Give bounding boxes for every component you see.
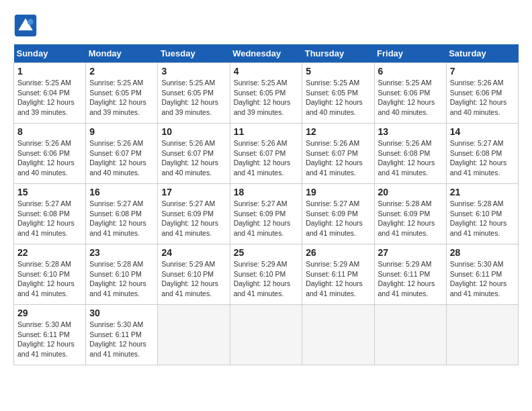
calendar-cell: 14Sunrise: 5:27 AM Sunset: 6:08 PM Dayli… [446, 124, 518, 184]
day-number: 10 [161, 126, 226, 137]
calendar-body: 1Sunrise: 5:25 AM Sunset: 6:04 PM Daylig… [14, 63, 519, 365]
calendar-cell: 10Sunrise: 5:26 AM Sunset: 6:07 PM Dayli… [158, 124, 230, 184]
calendar-cell: 16Sunrise: 5:27 AM Sunset: 6:08 PM Dayli… [86, 184, 158, 244]
logo [13, 13, 40, 38]
day-detail: Sunrise: 5:29 AM Sunset: 6:11 PM Dayligh… [378, 259, 443, 299]
day-detail: Sunrise: 5:29 AM Sunset: 6:10 PM Dayligh… [234, 259, 299, 299]
day-detail: Sunrise: 5:25 AM Sunset: 6:05 PM Dayligh… [161, 78, 226, 118]
calendar-cell: 11Sunrise: 5:26 AM Sunset: 6:07 PM Dayli… [230, 124, 302, 184]
day-number: 17 [161, 187, 226, 197]
day-number: 8 [17, 126, 82, 137]
day-number: 23 [89, 247, 154, 258]
calendar-cell [302, 305, 374, 365]
day-detail: Sunrise: 5:27 AM Sunset: 6:08 PM Dayligh… [450, 138, 515, 178]
calendar-cell: 25Sunrise: 5:29 AM Sunset: 6:10 PM Dayli… [230, 244, 302, 305]
week-row-2: 8Sunrise: 5:26 AM Sunset: 6:06 PM Daylig… [14, 124, 519, 184]
calendar-cell [446, 305, 518, 365]
header-day-saturday: Saturday [446, 44, 518, 63]
day-number: 26 [306, 247, 370, 258]
calendar-cell [230, 305, 302, 365]
day-detail: Sunrise: 5:26 AM Sunset: 6:06 PM Dayligh… [450, 78, 515, 118]
day-number: 1 [17, 66, 82, 77]
day-number: 24 [161, 247, 226, 258]
calendar-cell: 18Sunrise: 5:27 AM Sunset: 6:09 PM Dayli… [230, 184, 302, 244]
week-row-4: 22Sunrise: 5:28 AM Sunset: 6:10 PM Dayli… [14, 244, 519, 305]
calendar-cell: 12Sunrise: 5:26 AM Sunset: 6:07 PM Dayli… [302, 124, 374, 184]
calendar-cell: 27Sunrise: 5:29 AM Sunset: 6:11 PM Dayli… [374, 244, 446, 305]
logo-icon [13, 13, 38, 38]
header-day-tuesday: Tuesday [158, 44, 230, 63]
day-detail: Sunrise: 5:28 AM Sunset: 6:10 PM Dayligh… [17, 259, 82, 299]
calendar-cell [374, 305, 446, 365]
day-detail: Sunrise: 5:26 AM Sunset: 6:07 PM Dayligh… [89, 138, 154, 178]
calendar-cell: 9Sunrise: 5:26 AM Sunset: 6:07 PM Daylig… [86, 124, 158, 184]
week-row-3: 15Sunrise: 5:27 AM Sunset: 6:08 PM Dayli… [14, 184, 519, 244]
day-number: 11 [234, 126, 299, 137]
calendar-header: SundayMondayTuesdayWednesdayThursdayFrid… [14, 44, 519, 63]
day-detail: Sunrise: 5:28 AM Sunset: 6:10 PM Dayligh… [89, 259, 154, 299]
day-number: 12 [306, 126, 370, 137]
day-number: 6 [378, 66, 443, 77]
calendar-cell: 28Sunrise: 5:30 AM Sunset: 6:11 PM Dayli… [446, 244, 518, 305]
header-day-friday: Friday [374, 44, 446, 63]
header-day-wednesday: Wednesday [230, 44, 302, 63]
day-detail: Sunrise: 5:26 AM Sunset: 6:08 PM Dayligh… [378, 138, 443, 178]
day-detail: Sunrise: 5:26 AM Sunset: 6:07 PM Dayligh… [306, 138, 370, 178]
day-detail: Sunrise: 5:26 AM Sunset: 6:06 PM Dayligh… [17, 138, 82, 178]
day-detail: Sunrise: 5:25 AM Sunset: 6:05 PM Dayligh… [234, 78, 299, 118]
day-number: 22 [17, 247, 82, 258]
day-detail: Sunrise: 5:30 AM Sunset: 6:11 PM Dayligh… [89, 320, 154, 359]
day-detail: Sunrise: 5:27 AM Sunset: 6:08 PM Dayligh… [89, 199, 154, 238]
header-day-sunday: Sunday [14, 44, 86, 63]
header-day-monday: Monday [86, 44, 158, 63]
day-number: 19 [306, 187, 370, 197]
calendar-cell: 15Sunrise: 5:27 AM Sunset: 6:08 PM Dayli… [14, 184, 86, 244]
day-number: 7 [450, 66, 515, 77]
day-detail: Sunrise: 5:28 AM Sunset: 6:10 PM Dayligh… [450, 199, 515, 238]
calendar-cell: 8Sunrise: 5:26 AM Sunset: 6:06 PM Daylig… [14, 124, 86, 184]
header-day-thursday: Thursday [302, 44, 374, 63]
day-number: 30 [89, 308, 154, 318]
day-detail: Sunrise: 5:27 AM Sunset: 6:08 PM Dayligh… [17, 199, 82, 238]
day-number: 4 [234, 66, 299, 77]
calendar-cell: 29Sunrise: 5:30 AM Sunset: 6:11 PM Dayli… [14, 305, 86, 365]
day-detail: Sunrise: 5:25 AM Sunset: 6:04 PM Dayligh… [17, 78, 82, 118]
calendar-cell: 2Sunrise: 5:25 AM Sunset: 6:05 PM Daylig… [86, 63, 158, 124]
day-detail: Sunrise: 5:26 AM Sunset: 6:07 PM Dayligh… [161, 138, 226, 178]
svg-point-2 [28, 19, 34, 25]
calendar-cell: 5Sunrise: 5:25 AM Sunset: 6:05 PM Daylig… [302, 63, 374, 124]
day-number: 13 [378, 126, 443, 137]
calendar-cell: 21Sunrise: 5:28 AM Sunset: 6:10 PM Dayli… [446, 184, 518, 244]
day-number: 25 [234, 247, 299, 258]
day-number: 21 [450, 187, 515, 197]
day-number: 5 [306, 66, 370, 77]
calendar-cell: 22Sunrise: 5:28 AM Sunset: 6:10 PM Dayli… [14, 244, 86, 305]
day-number: 29 [17, 308, 82, 318]
day-detail: Sunrise: 5:28 AM Sunset: 6:09 PM Dayligh… [378, 199, 443, 238]
week-row-1: 1Sunrise: 5:25 AM Sunset: 6:04 PM Daylig… [14, 63, 519, 124]
calendar-cell: 26Sunrise: 5:29 AM Sunset: 6:11 PM Dayli… [302, 244, 374, 305]
day-number: 20 [378, 187, 443, 197]
day-number: 9 [89, 126, 154, 137]
calendar-cell: 7Sunrise: 5:26 AM Sunset: 6:06 PM Daylig… [446, 63, 518, 124]
day-detail: Sunrise: 5:27 AM Sunset: 6:09 PM Dayligh… [234, 199, 299, 238]
header-row: SundayMondayTuesdayWednesdayThursdayFrid… [14, 44, 519, 63]
calendar-cell: 17Sunrise: 5:27 AM Sunset: 6:09 PM Dayli… [158, 184, 230, 244]
day-detail: Sunrise: 5:29 AM Sunset: 6:10 PM Dayligh… [161, 259, 226, 299]
day-detail: Sunrise: 5:25 AM Sunset: 6:05 PM Dayligh… [306, 78, 370, 118]
day-number: 18 [234, 187, 299, 197]
day-detail: Sunrise: 5:25 AM Sunset: 6:05 PM Dayligh… [89, 78, 154, 118]
calendar-cell: 30Sunrise: 5:30 AM Sunset: 6:11 PM Dayli… [86, 305, 158, 365]
calendar-cell: 6Sunrise: 5:25 AM Sunset: 6:06 PM Daylig… [374, 63, 446, 124]
day-detail: Sunrise: 5:29 AM Sunset: 6:11 PM Dayligh… [306, 259, 370, 299]
day-number: 27 [378, 247, 443, 258]
calendar-cell: 19Sunrise: 5:27 AM Sunset: 6:09 PM Dayli… [302, 184, 374, 244]
calendar-table: SundayMondayTuesdayWednesdayThursdayFrid… [13, 44, 519, 365]
day-detail: Sunrise: 5:25 AM Sunset: 6:06 PM Dayligh… [378, 78, 443, 118]
day-detail: Sunrise: 5:30 AM Sunset: 6:11 PM Dayligh… [17, 320, 82, 359]
calendar-cell: 23Sunrise: 5:28 AM Sunset: 6:10 PM Dayli… [86, 244, 158, 305]
calendar-cell: 4Sunrise: 5:25 AM Sunset: 6:05 PM Daylig… [230, 63, 302, 124]
day-detail: Sunrise: 5:27 AM Sunset: 6:09 PM Dayligh… [161, 199, 226, 238]
header [13, 13, 519, 38]
calendar-cell: 1Sunrise: 5:25 AM Sunset: 6:04 PM Daylig… [14, 63, 86, 124]
